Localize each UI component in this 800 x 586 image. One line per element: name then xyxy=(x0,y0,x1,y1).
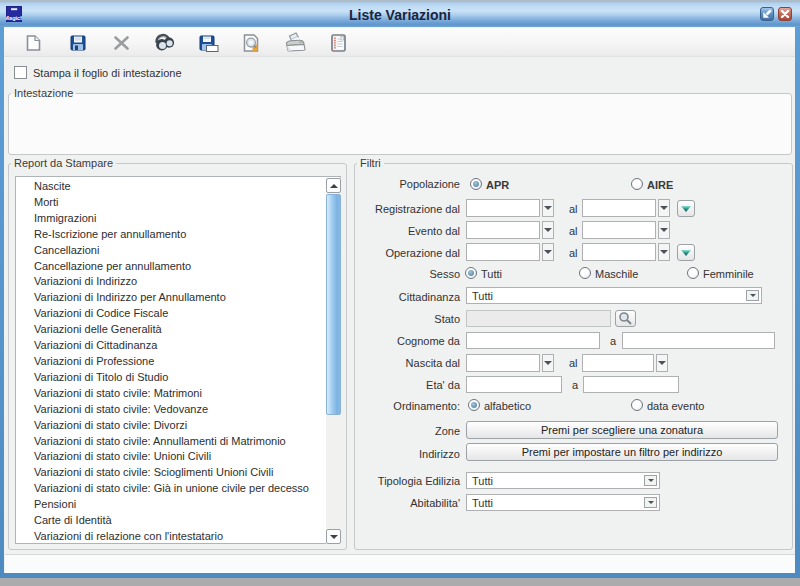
svg-text:Magich: Magich xyxy=(6,15,22,21)
